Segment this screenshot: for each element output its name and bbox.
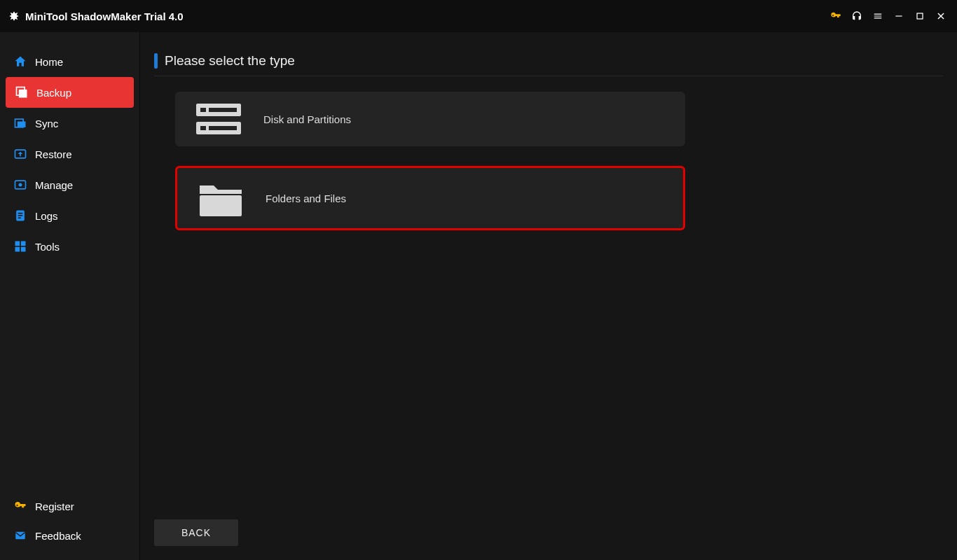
sidebar-bottom-label: Feedback — [35, 530, 81, 542]
svg-rect-24 — [200, 195, 242, 216]
page-header: Please select the type — [154, 53, 943, 76]
svg-rect-20 — [209, 108, 237, 112]
type-options: Disk and Partitions Folders and Files — [154, 92, 943, 230]
sidebar-item-backup[interactable]: Backup — [6, 77, 134, 108]
key-icon[interactable] — [825, 6, 846, 27]
page-title: Please select the type — [165, 53, 295, 69]
sidebar-item-label: Backup — [36, 87, 71, 99]
headset-icon[interactable] — [846, 6, 867, 27]
svg-rect-0 — [895, 15, 902, 16]
logs-icon — [13, 208, 28, 223]
disk-icon — [193, 99, 244, 139]
sidebar-item-manage[interactable]: Manage — [0, 169, 139, 200]
svg-rect-19 — [200, 108, 206, 112]
manage-icon — [13, 177, 28, 192]
sidebar-item-restore[interactable]: Restore — [0, 139, 139, 169]
svg-point-8 — [19, 183, 22, 187]
svg-rect-5 — [18, 122, 26, 127]
header-accent-bar — [154, 53, 158, 69]
sidebar-item-label: Restore — [35, 148, 72, 160]
sidebar-item-label: Tools — [35, 241, 60, 253]
app-window: MiniTool ShadowMaker Trial 4.0 — [0, 0, 957, 560]
sidebar-item-label: Home — [35, 56, 63, 68]
svg-rect-11 — [18, 215, 23, 216]
sidebar-item-label: Manage — [35, 179, 73, 191]
sidebar-item-sync[interactable]: Sync — [0, 108, 139, 139]
minimize-button[interactable] — [888, 6, 909, 27]
folder-icon — [195, 178, 246, 218]
maximize-button[interactable] — [909, 6, 930, 27]
svg-rect-12 — [18, 218, 21, 219]
key-icon — [13, 498, 28, 514]
sidebar-item-tools[interactable]: Tools — [0, 231, 139, 262]
main-content: Please select the type Disk — [140, 32, 957, 560]
sidebar-feedback[interactable]: Feedback — [0, 521, 139, 550]
menu-icon[interactable] — [867, 6, 888, 27]
mail-icon — [13, 528, 28, 543]
back-button[interactable]: BACK — [154, 519, 238, 546]
sidebar: Home Backup Sync — [0, 32, 140, 560]
option-disk-partitions[interactable]: Disk and Partitions — [175, 92, 685, 146]
home-icon — [13, 54, 28, 69]
app-body: Home Backup Sync — [0, 32, 957, 560]
sidebar-item-home[interactable]: Home — [0, 46, 139, 77]
svg-rect-13 — [15, 241, 20, 246]
svg-rect-15 — [15, 247, 20, 252]
option-label: Disk and Partitions — [263, 113, 351, 125]
app-title: MiniTool ShadowMaker Trial 4.0 — [25, 10, 184, 22]
sidebar-item-label: Sync — [35, 118, 58, 130]
sidebar-bottom-label: Register — [35, 500, 74, 512]
svg-rect-3 — [19, 90, 27, 98]
sidebar-bottom: Register Feedback — [0, 491, 139, 560]
backup-icon — [14, 85, 29, 100]
option-label: Folders and Files — [266, 192, 346, 204]
sync-icon — [13, 115, 28, 131]
svg-rect-23 — [209, 126, 237, 130]
restore-icon — [13, 146, 28, 162]
tools-icon — [13, 239, 28, 254]
svg-rect-10 — [18, 213, 23, 214]
titlebar: MiniTool ShadowMaker Trial 4.0 — [0, 0, 957, 32]
sidebar-nav: Home Backup Sync — [0, 46, 139, 491]
main-footer: BACK — [154, 519, 943, 553]
svg-rect-16 — [21, 247, 26, 252]
sidebar-register[interactable]: Register — [0, 491, 139, 521]
app-logo-icon — [7, 9, 21, 23]
svg-rect-14 — [21, 241, 26, 246]
svg-rect-22 — [200, 126, 206, 130]
close-button[interactable] — [930, 6, 951, 27]
option-folders-files[interactable]: Folders and Files — [175, 166, 685, 230]
svg-rect-1 — [917, 13, 923, 19]
sidebar-item-logs[interactable]: Logs — [0, 200, 139, 231]
sidebar-item-label: Logs — [35, 210, 58, 222]
